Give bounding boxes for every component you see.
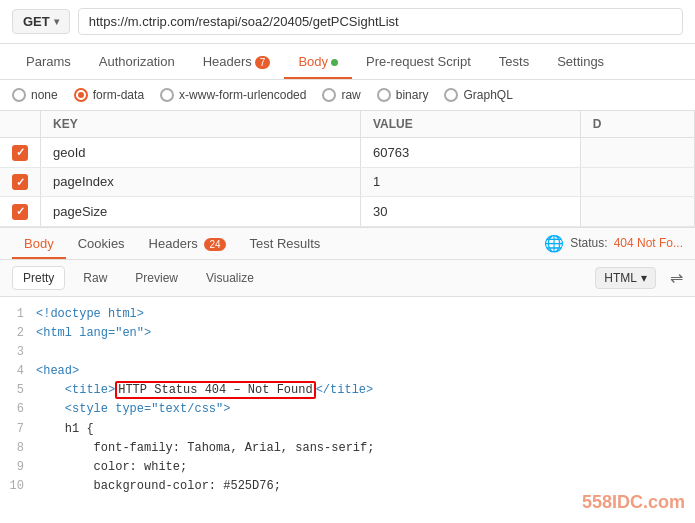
tab-pre-request[interactable]: Pre-request Script <box>352 44 485 79</box>
line-number: 9 <box>0 458 36 477</box>
row-value: 60763 <box>361 138 581 168</box>
line-content: font-family: Tahoma, Arial, sans-serif; <box>36 439 374 458</box>
app-container: GET ▾ Params Authorization Headers7 Body… <box>0 0 695 523</box>
col-key: KEY <box>41 111 361 138</box>
chevron-down-icon: ▾ <box>54 16 59 27</box>
row-d <box>580 138 694 168</box>
line-number: 10 <box>0 477 36 496</box>
line-content: <!doctype html> <box>36 305 144 324</box>
body-type-none[interactable]: none <box>12 88 58 102</box>
radio-raw <box>322 88 336 102</box>
status-badge: 404 Not Fo... <box>614 236 683 250</box>
tab-tests[interactable]: Tests <box>485 44 543 79</box>
row-checkbox-cell[interactable] <box>0 197 41 227</box>
body-type-x-www[interactable]: x-www-form-urlencoded <box>160 88 306 102</box>
tab-body[interactable]: Body <box>284 44 352 79</box>
row-d <box>580 197 694 227</box>
bottom-tabs-row: Body Cookies Headers 24 Test Results 🌐 S… <box>0 227 695 260</box>
url-bar: GET ▾ <box>0 0 695 44</box>
params-table: KEY VALUE D geoId 60763 pageIndex 1 <box>0 111 695 227</box>
status-info: 🌐 Status: 404 Not Fo... <box>544 234 683 253</box>
code-line: 8 font-family: Tahoma, Arial, sans-serif… <box>0 439 695 458</box>
method-label: GET <box>23 14 50 29</box>
col-value: VALUE <box>361 111 581 138</box>
row-checkbox-cell[interactable] <box>0 167 41 197</box>
bottom-tab-cookies[interactable]: Cookies <box>66 228 137 259</box>
table-row: pageSize 30 <box>0 197 695 227</box>
line-number: 7 <box>0 420 36 439</box>
line-number: 3 <box>0 343 36 362</box>
tab-authorization[interactable]: Authorization <box>85 44 189 79</box>
col-check <box>0 111 41 138</box>
line-number: 2 <box>0 324 36 343</box>
body-type-form-data[interactable]: form-data <box>74 88 144 102</box>
params-table-wrapper: KEY VALUE D geoId 60763 pageIndex 1 <box>0 111 695 227</box>
code-line: 4<head> <box>0 362 695 381</box>
radio-none <box>12 88 26 102</box>
code-line: 2<html lang="en"> <box>0 324 695 343</box>
lang-select[interactable]: HTML ▾ <box>595 267 656 289</box>
code-area: 1<!doctype html>2<html lang="en">34<head… <box>0 297 695 524</box>
chevron-down-icon: ▾ <box>641 271 647 285</box>
table-row: pageIndex 1 <box>0 167 695 197</box>
globe-icon: 🌐 <box>544 234 564 253</box>
row-value: 30 <box>361 197 581 227</box>
filter-icon[interactable]: ⇌ <box>670 268 683 287</box>
tab-settings[interactable]: Settings <box>543 44 618 79</box>
line-content: <style type="text/css"> <box>36 400 230 419</box>
code-line: 10 background-color: #525D76; <box>0 477 695 496</box>
body-type-binary[interactable]: binary <box>377 88 429 102</box>
body-type-graphql[interactable]: GraphQL <box>444 88 512 102</box>
line-number: 8 <box>0 439 36 458</box>
highlighted-title: HTTP Status 404 – Not Found <box>115 381 315 399</box>
code-line: 7 h1 { <box>0 420 695 439</box>
bottom-tab-test-results[interactable]: Test Results <box>238 228 333 259</box>
row-key: pageSize <box>41 197 361 227</box>
code-line: 6 <style type="text/css"> <box>0 400 695 419</box>
row-checkbox-cell[interactable] <box>0 138 41 168</box>
radio-form-data <box>74 88 88 102</box>
line-content: <head> <box>36 362 79 381</box>
code-line: 9 color: white; <box>0 458 695 477</box>
url-input[interactable] <box>78 8 683 35</box>
radio-binary <box>377 88 391 102</box>
line-number: 4 <box>0 362 36 381</box>
bottom-tab-body[interactable]: Body <box>12 228 66 259</box>
row-key: geoId <box>41 138 361 168</box>
body-dot <box>331 59 338 66</box>
line-content: color: white; <box>36 458 187 477</box>
checkbox-icon <box>12 204 28 220</box>
code-line: 5 <title>HTTP Status 404 – Not Found</ti… <box>0 381 695 400</box>
tab-headers[interactable]: Headers7 <box>189 44 285 79</box>
row-key: pageIndex <box>41 167 361 197</box>
checkbox-icon <box>12 174 28 190</box>
code-line: 1<!doctype html> <box>0 305 695 324</box>
line-content: h1 { <box>36 420 94 439</box>
line-content: <title>HTTP Status 404 – Not Found</titl… <box>36 381 373 400</box>
checkbox-icon <box>12 145 28 161</box>
body-type-row: none form-data x-www-form-urlencoded raw… <box>0 80 695 111</box>
line-number: 5 <box>0 381 36 400</box>
headers-badge: 7 <box>255 56 271 69</box>
tabs-row: Params Authorization Headers7 Body Pre-r… <box>0 44 695 80</box>
method-select[interactable]: GET ▾ <box>12 9 70 34</box>
headers-response-badge: 24 <box>204 238 225 251</box>
bottom-tab-headers[interactable]: Headers 24 <box>137 228 238 259</box>
body-type-raw[interactable]: raw <box>322 88 360 102</box>
code-line: 3 <box>0 343 695 362</box>
line-content: background-color: #525D76; <box>36 477 281 496</box>
radio-graphql <box>444 88 458 102</box>
code-tab-preview[interactable]: Preview <box>125 267 188 289</box>
code-tab-raw[interactable]: Raw <box>73 267 117 289</box>
code-toolbar: Pretty Raw Preview Visualize HTML ▾ ⇌ <box>0 260 695 297</box>
tab-params[interactable]: Params <box>12 44 85 79</box>
table-row: geoId 60763 <box>0 138 695 168</box>
line-number: 6 <box>0 400 36 419</box>
col-d: D <box>580 111 694 138</box>
code-tab-visualize[interactable]: Visualize <box>196 267 264 289</box>
row-d <box>580 167 694 197</box>
row-value: 1 <box>361 167 581 197</box>
line-content: <html lang="en"> <box>36 324 151 343</box>
code-tab-pretty[interactable]: Pretty <box>12 266 65 290</box>
line-number: 1 <box>0 305 36 324</box>
